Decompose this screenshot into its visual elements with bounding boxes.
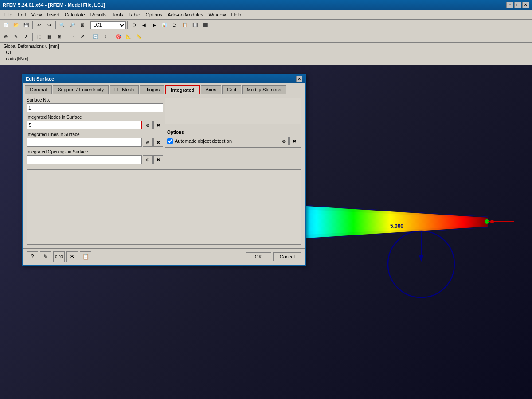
info-bar: Global Deformations u [mm] LC1 Loads [kN… [0,43,532,65]
toolbar-btn-5[interactable]: 🗂 [170,20,180,30]
zoom-all-btn[interactable]: ⊞ [78,20,87,30]
lines-pick-button[interactable]: ⊕ [143,138,153,147]
tab-support[interactable]: Support / Eccentricity [53,85,109,94]
zoom-out-btn[interactable]: 🔎 [67,20,77,30]
toolbar-btn-7[interactable]: 🔲 [190,20,200,30]
footer-help-btn[interactable]: ? [27,251,38,262]
footer-report-btn[interactable]: 📋 [80,251,91,262]
menu-edit[interactable]: Edit [15,11,29,18]
lines-delete-button[interactable]: ✖ [153,138,163,147]
tb2-btn-8[interactable]: ⤢ [78,32,87,42]
sep2 [55,21,56,29]
dialog-close-button[interactable]: ✕ [296,76,302,82]
tab-hinges[interactable]: Hinges [140,85,164,94]
surface-no-input[interactable] [27,103,163,112]
tab-femesh[interactable]: FE Mesh [110,85,139,94]
openings-pick-button[interactable]: ⊕ [143,155,153,164]
footer-view-btn[interactable]: 👁 [66,251,78,262]
menu-calculate[interactable]: Calculate [62,11,88,18]
sep7 [89,33,89,41]
integrated-nodes-input[interactable] [27,121,142,129]
menu-options[interactable]: Options [143,11,165,18]
info-line2: LC1 [4,50,528,56]
tb2-btn-10[interactable]: ↕ [101,32,110,42]
surface-no-section: Surface No. [27,98,163,112]
options-box: Options Automatic object detection ⊕ ✖ [165,128,301,148]
app-title: RFEM 5.24.01 x64 - [RFEM - Model File, L… [3,2,105,8]
nodes-delete-button[interactable]: ✖ [153,121,163,129]
toolbar-btn-3[interactable]: ▶ [149,20,159,30]
openings-delete-button[interactable]: ✖ [153,155,163,164]
dialog-title: Edit Surface [26,76,54,82]
zoom-in-btn[interactable]: 🔍 [57,20,67,30]
tb2-btn-11[interactable]: 🎯 [113,32,123,42]
tb2-btn-1[interactable]: ⊕ [1,32,11,42]
dialog-title-bar: Edit Surface ✕ [23,74,305,83]
ok-button[interactable]: OK [246,252,271,261]
open-btn[interactable]: 📂 [11,20,21,30]
tab-grid[interactable]: Grid [222,85,241,94]
menu-file[interactable]: File [2,11,15,18]
toolbar-btn-6[interactable]: 📋 [180,20,190,30]
nodes-pick-button[interactable]: ⊕ [143,121,153,129]
menu-window[interactable]: Window [206,11,228,18]
menu-addon[interactable]: Add-on Modules [165,11,206,18]
menu-view[interactable]: View [29,11,45,18]
toolbar-btn-8[interactable]: ⬛ [200,20,210,30]
save-btn[interactable]: 💾 [21,20,31,30]
sep8 [112,33,112,41]
right-top-panel [165,98,301,124]
title-bar-buttons: − □ ✕ [506,2,529,8]
sep4 [127,21,128,29]
undo-btn[interactable]: ↩ [34,20,44,30]
tb2-btn-7[interactable]: → [67,32,77,42]
menu-insert[interactable]: Insert [44,11,62,18]
tb2-btn-6[interactable]: ⊞ [55,32,64,42]
tb2-btn-2[interactable]: ✎ [11,32,21,42]
footer-edit-btn[interactable]: ✎ [40,251,51,262]
dialog-footer: ? ✎ 0.00 👁 📋 OK Cancel [23,248,305,265]
tb2-btn-4[interactable]: ⬚ [34,32,44,42]
close-button[interactable]: ✕ [522,2,529,8]
footer-calc-btn[interactable]: 0.00 [53,251,65,262]
options-delete-btn[interactable]: ✖ [289,137,299,145]
tb2-btn-12[interactable]: 📐 [124,32,133,42]
integrated-openings-row: ⊕ ✖ [27,155,163,164]
minimize-button[interactable]: − [506,2,513,8]
integrated-nodes-label: Integrated Nodes in Surface [27,115,163,120]
cancel-button[interactable]: Cancel [273,252,301,261]
toolbar-btn-2[interactable]: ◀ [139,20,149,30]
menu-help[interactable]: Help [229,11,244,18]
integrated-openings-section: Integrated Openings in Surface ⊕ ✖ [27,149,163,164]
redo-btn[interactable]: ↪ [44,20,54,30]
options-title: Options [167,130,299,135]
integrated-lines-input[interactable] [27,138,142,147]
tb2-btn-5[interactable]: ▦ [44,32,54,42]
sep3 [89,21,89,29]
integrated-openings-input[interactable] [27,155,142,164]
beam-label: 5.000 [390,223,403,229]
menu-tools[interactable]: Tools [109,11,126,18]
tb2-btn-13[interactable]: 📏 [134,32,144,42]
surface-no-label: Surface No. [27,98,163,102]
integrated-lines-section: Integrated Lines in Surface ⊕ ✖ [27,132,163,147]
tab-integrated[interactable]: Integrated [165,85,200,94]
tab-modify-stiffness[interactable]: Modify Stiffness [242,85,286,94]
integrated-lines-row: ⊕ ✖ [27,138,163,147]
tb2-btn-9[interactable]: 🔄 [90,32,100,42]
tab-general[interactable]: General [25,85,52,94]
toolbar-btn-1[interactable]: ⚙ [129,20,139,30]
tab-axes[interactable]: Axes [201,85,221,94]
auto-detect-checkbox[interactable] [167,138,173,144]
tb2-btn-3[interactable]: ↗ [21,32,31,42]
toolbar-btn-4[interactable]: 📊 [160,20,169,30]
new-btn[interactable]: 📄 [1,20,11,30]
menu-results[interactable]: Results [88,11,110,18]
load-case-combo[interactable]: LC1 [90,21,126,29]
menu-table[interactable]: Table [126,11,143,18]
maximize-button[interactable]: □ [514,2,521,8]
sep6 [66,33,66,41]
edit-surface-dialog: Edit Surface ✕ General Support / Eccentr… [22,74,306,266]
tab-bar: General Support / Eccentricity FE Mesh H… [23,83,305,94]
options-pick-btn[interactable]: ⊕ [279,137,289,145]
